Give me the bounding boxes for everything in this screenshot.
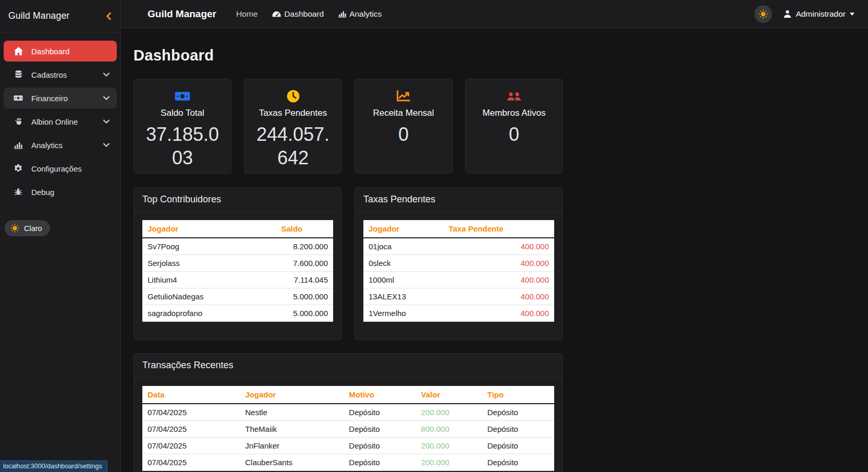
cell-taxa: 400.000 xyxy=(444,255,554,272)
cell-jogador: Lithium4 xyxy=(142,272,276,288)
sidebar-item-debug[interactable]: Debug xyxy=(4,181,117,202)
stat-value: 37.185.003 xyxy=(139,123,226,170)
cell-data: 07/04/2025 xyxy=(142,454,240,471)
sidebar-item-label: Debug xyxy=(31,188,54,197)
fist-icon xyxy=(13,117,23,126)
cell-data: 07/04/2025 xyxy=(142,438,240,454)
theme-toggle-claro[interactable]: Claro xyxy=(5,220,50,236)
sun-icon xyxy=(759,9,768,19)
user-menu[interactable]: Administrador xyxy=(784,9,854,19)
column-header-jogador: Jogador xyxy=(142,220,276,238)
tables-row: Top Contribuidores Jogador Saldo xyxy=(133,187,868,340)
table-row: Lithium47.114.045 xyxy=(142,272,333,288)
stat-label: Saldo Total xyxy=(139,108,226,118)
sidebar-item-albion-online[interactable]: Albion Online xyxy=(4,111,117,132)
cell-jogador: 1Vermelho xyxy=(363,305,444,322)
chevron-down-icon xyxy=(103,119,109,124)
main-column: Guild Manager Home Dashboard Analytics xyxy=(121,0,868,472)
top-navbar: Guild Manager Home Dashboard Analytics xyxy=(121,0,868,28)
table-row: GetulioNadegas5.000.000 xyxy=(142,288,333,305)
table-row: 1000ml400.000 xyxy=(363,272,554,288)
table-row: 01joca400.000 xyxy=(363,238,554,255)
sidebar-collapse-button[interactable] xyxy=(106,13,111,20)
card-transacoes-recentes: Transações Recentes Data Jogador Motivo … xyxy=(133,353,563,472)
sidebar-item-label: Dashboard xyxy=(31,47,69,56)
column-header-motivo: Motivo xyxy=(344,386,415,404)
table-row: Serjolass7.600.000 xyxy=(142,255,333,272)
bug-icon xyxy=(13,188,23,196)
table-taxas-pendentes: Jogador Taxa Pendente 01joca400.000 0sle… xyxy=(363,220,554,322)
stat-card-membros-ativos: Membros Ativos 0 xyxy=(465,79,563,174)
tachometer-icon xyxy=(272,11,281,17)
stats-row: Saldo Total 37.185.003 Taxas Pendentes 2… xyxy=(133,79,868,174)
cell-jogador: sagradoprofano xyxy=(142,305,276,322)
nav-link-analytics[interactable]: Analytics xyxy=(338,9,382,19)
sidebar: Guild Manager Dashboard Cadastros xyxy=(0,0,121,472)
table-row: Sv7Poog8.200.000 xyxy=(142,238,333,255)
card-top-contribuidores: Top Contribuidores Jogador Saldo xyxy=(133,187,342,340)
sidebar-item-financeiro[interactable]: Financeiro xyxy=(4,88,117,108)
nav-link-label: Analytics xyxy=(349,9,382,19)
table-transacoes-recentes: Data Jogador Motivo Valor Tipo 07/04/202… xyxy=(142,386,554,471)
chevron-down-icon xyxy=(103,72,109,77)
sidebar-item-cadastros[interactable]: Cadastros xyxy=(4,64,117,85)
cell-valor: 200.000 xyxy=(416,438,482,454)
caret-down-icon xyxy=(850,13,854,16)
cell-jogador: TheMaiik xyxy=(240,421,344,438)
chevron-down-icon xyxy=(103,143,109,147)
sidebar-item-analytics[interactable]: Analytics xyxy=(4,135,117,155)
stat-label: Membros Ativos xyxy=(471,108,557,118)
content-area: Dashboard Saldo Total 37.185.003 Taxas P… xyxy=(121,28,868,472)
sidebar-header: Guild Manager xyxy=(0,0,120,32)
nav-link-dashboard[interactable]: Dashboard xyxy=(272,9,324,19)
cell-jogador: ClauberSants xyxy=(240,454,344,471)
cell-motivo: Depósito xyxy=(344,438,415,454)
stat-card-taxas-pendentes: Taxas Pendentes 244.057.642 xyxy=(244,79,342,174)
sidebar-item-label: Analytics xyxy=(31,141,63,150)
money-bill-icon xyxy=(139,89,226,103)
chevron-left-icon xyxy=(106,13,111,20)
sidebar-item-label: Albion Online xyxy=(31,117,78,126)
card-title: Transações Recentes xyxy=(134,354,563,378)
stat-value: 0 xyxy=(471,123,557,146)
cell-jogador: 1000ml xyxy=(363,272,444,288)
cell-jogador: 01joca xyxy=(363,238,444,255)
cell-data: 07/04/2025 xyxy=(142,421,240,438)
table-row: 07/04/2025 Nestle Depósito 200.000 Depós… xyxy=(142,404,554,421)
card-body: Data Jogador Motivo Valor Tipo 07/04/202… xyxy=(134,378,563,472)
table-header-row: Data Jogador Motivo Valor Tipo xyxy=(142,386,554,404)
table-row: 13ALEX13400.000 xyxy=(363,288,554,305)
money-bill-icon xyxy=(13,95,23,101)
stat-value: 244.057.642 xyxy=(250,123,336,170)
cell-saldo: 5.000.000 xyxy=(276,305,333,322)
database-icon xyxy=(13,70,23,79)
column-header-tipo: Tipo xyxy=(482,386,554,404)
stat-value: 0 xyxy=(360,123,447,146)
table-header-row: Jogador Taxa Pendente xyxy=(363,220,554,238)
nav-link-label: Dashboard xyxy=(284,9,324,19)
chevron-down-icon xyxy=(103,96,109,100)
stat-card-receita-mensal: Receita Mensal 0 xyxy=(354,79,453,174)
app-window: Guild Manager Dashboard Cadastros xyxy=(0,0,868,472)
cell-saldo: 5.000.000 xyxy=(276,288,333,305)
cell-data: 07/04/2025 xyxy=(142,404,240,421)
navbar-brand[interactable]: Guild Manager xyxy=(148,8,216,20)
nav-link-home[interactable]: Home xyxy=(236,9,258,19)
column-header-jogador: Jogador xyxy=(363,220,444,238)
table-header-row: Jogador Saldo xyxy=(142,220,333,238)
sun-icon xyxy=(10,224,19,233)
cell-valor: 200.000 xyxy=(416,404,482,421)
chart-bar-icon xyxy=(338,10,346,18)
sidebar-brand: Guild Manager xyxy=(8,10,69,21)
cell-valor: 800.000 xyxy=(416,421,482,438)
users-icon xyxy=(471,89,557,103)
sidebar-item-dashboard[interactable]: Dashboard xyxy=(4,41,117,62)
cell-tipo: Depósito xyxy=(482,404,554,421)
theme-toggle-button[interactable] xyxy=(754,5,772,23)
gear-icon xyxy=(13,164,23,173)
table-row: sagradoprofano5.000.000 xyxy=(142,305,333,322)
theme-toggle-label: Claro xyxy=(24,224,42,233)
column-header-data: Data xyxy=(142,386,240,404)
cell-motivo: Depósito xyxy=(344,404,415,421)
sidebar-item-configuracoes[interactable]: Configurações xyxy=(4,158,117,179)
